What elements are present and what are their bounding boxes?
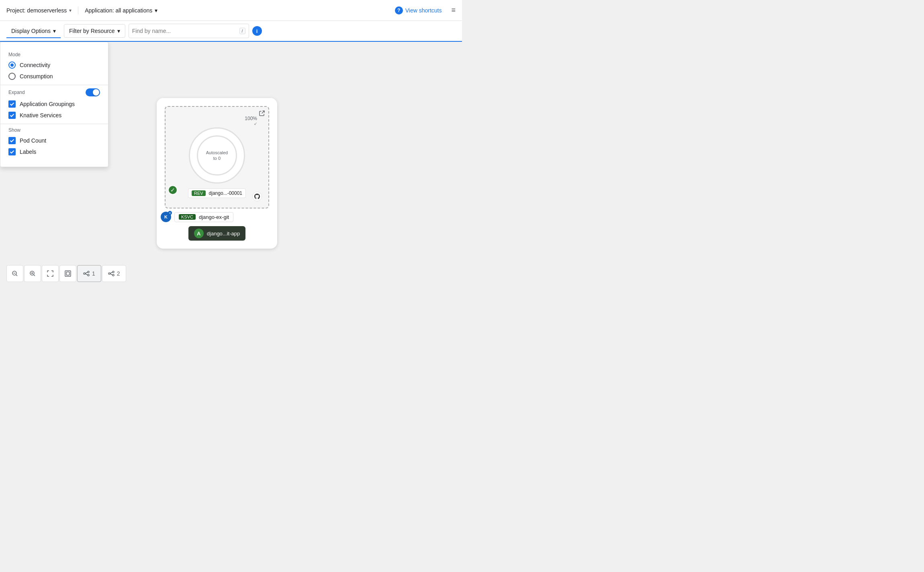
svg-line-13: [85, 274, 88, 275]
consumption-radio[interactable]: [8, 73, 16, 80]
expand-button[interactable]: [59, 265, 76, 282]
mode-section: Mode Connectivity Consumption: [0, 49, 108, 85]
pod-circle-outer: Autoscaled to 0: [189, 127, 245, 184]
fit-to-screen-button[interactable]: [42, 265, 59, 282]
topology-1-icon: [83, 270, 90, 277]
rev-badge[interactable]: REV django...-00001: [188, 188, 246, 198]
knative-services-checkbox[interactable]: [8, 112, 16, 119]
expand-checkbox-group: Application Groupings Knative Services: [8, 100, 100, 119]
zoom-out-button[interactable]: [6, 265, 23, 282]
rev-tag: REV: [192, 190, 206, 196]
pod-count-checkbox[interactable]: [8, 137, 16, 144]
toolbar: Display Options ▾ Filter by Resource ▾ /…: [0, 21, 462, 42]
project-selector[interactable]: Project: demoserverless ▾: [6, 7, 72, 14]
expand-icon: [65, 270, 71, 277]
show-section: Show Pod Count Labels: [0, 124, 108, 160]
filter-arrow: ▾: [117, 28, 120, 34]
dashed-box: 100% ↙ Autoscaled to 0: [165, 106, 269, 208]
slash-key: /: [239, 28, 245, 34]
svg-rect-8: [66, 272, 70, 275]
rev-name: django...-00001: [209, 190, 242, 196]
project-label: Project: demoserverless: [6, 7, 67, 14]
app-initial-circle: A: [194, 229, 204, 238]
show-label: Show: [8, 127, 100, 133]
filter-label: Filter by Resource: [69, 28, 115, 34]
top-bar: Project: demoserverless ▾ Application: a…: [0, 0, 462, 21]
ksvc-name: django-ex-git: [199, 214, 229, 220]
svg-point-9: [84, 273, 85, 274]
svg-point-11: [88, 274, 89, 276]
svg-line-1: [16, 275, 18, 276]
svg-point-10: [88, 271, 89, 273]
fit-screen-icon: [47, 270, 53, 277]
app-groupings-item[interactable]: Application Groupings: [8, 100, 100, 108]
labels-checkbox[interactable]: [8, 148, 16, 155]
search-input[interactable]: [132, 28, 239, 34]
svg-line-17: [110, 272, 112, 274]
svg-point-15: [112, 271, 114, 273]
expand-header: Expand: [8, 88, 100, 96]
zoom-out-icon: [12, 270, 18, 277]
consumption-label: Consumption: [20, 73, 53, 80]
pod-circle-inner: Autoscaled to 0: [197, 135, 237, 176]
topology-2-icon: [108, 270, 114, 277]
labels-label: Labels: [20, 149, 36, 155]
help-icon: ?: [395, 6, 403, 14]
svg-line-4: [34, 275, 35, 276]
display-options-panel: Mode Connectivity Consumption Expand: [0, 42, 108, 167]
expand-label: Expand: [8, 90, 25, 95]
app-dropdown-icon: ▾: [155, 7, 157, 14]
k-plus-icon: +: [168, 211, 172, 215]
mode-label: Mode: [8, 52, 100, 57]
connectivity-label: Connectivity: [20, 62, 50, 68]
project-dropdown-icon: ▾: [69, 8, 72, 13]
filter-by-resource-button[interactable]: Filter by Resource ▾: [64, 24, 125, 38]
rev-badge-row: ✓ REV django...-00001: [174, 188, 260, 198]
ksvc-tag: KSVC: [179, 214, 196, 220]
separator: [78, 6, 78, 14]
search-wrapper: /: [129, 24, 249, 38]
topology-1-button[interactable]: 1: [77, 265, 101, 282]
autoscaled-text: Autoscaled to 0: [206, 150, 228, 161]
percent-label: 100%: [245, 116, 257, 121]
view-shortcuts-link[interactable]: ? View shortcuts: [395, 6, 442, 14]
checkmark-icon-4: [10, 149, 14, 154]
info-icon[interactable]: i: [252, 26, 262, 36]
grid-icon[interactable]: ≡: [451, 6, 456, 14]
svg-point-16: [112, 274, 114, 276]
topology-2-button[interactable]: 2: [102, 265, 126, 282]
labels-item[interactable]: Labels: [8, 148, 100, 155]
svg-rect-7: [65, 271, 71, 276]
knative-services-label: Knative Services: [20, 112, 61, 118]
svg-line-12: [85, 272, 88, 274]
knative-services-item[interactable]: Knative Services: [8, 112, 100, 119]
app-selector[interactable]: Application: all applications ▾: [85, 7, 157, 14]
display-options-arrow: ▾: [53, 28, 56, 34]
svg-line-18: [110, 274, 112, 275]
zoom-in-icon: [29, 270, 36, 277]
connectivity-radio-item[interactable]: Connectivity: [8, 61, 100, 69]
app-groupings-checkbox[interactable]: [8, 100, 16, 108]
k-badge: K +: [161, 212, 171, 222]
pod-count-item[interactable]: Pod Count: [8, 137, 100, 144]
show-checkbox-group: Pod Count Labels: [8, 137, 100, 155]
checkmark-icon-2: [10, 113, 14, 118]
app-name: django...it-app: [207, 231, 240, 237]
ksvc-badge[interactable]: KSVC django-ex-git: [174, 212, 233, 222]
display-options-label: Display Options: [11, 28, 51, 34]
ksvc-row: K + KSVC django-ex-git: [161, 212, 269, 222]
app-group-card: 100% ↙ Autoscaled to 0: [157, 98, 277, 249]
connectivity-radio[interactable]: [8, 61, 16, 69]
bottom-toolbar: 1 2: [0, 261, 462, 286]
status-check-icon: ✓: [168, 185, 178, 195]
app-label-badge[interactable]: A django...it-app: [188, 226, 245, 241]
checkmark-icon: [10, 102, 14, 106]
percent-arrow: ↙: [174, 121, 257, 126]
expand-toggle[interactable]: [86, 88, 100, 96]
zoom-in-button[interactable]: [24, 265, 41, 282]
checkmark-icon-3: [10, 138, 14, 143]
consumption-radio-item[interactable]: Consumption: [8, 73, 100, 80]
display-options-button[interactable]: Display Options ▾: [6, 25, 61, 38]
mode-radio-group: Connectivity Consumption: [8, 61, 100, 80]
view-shortcuts-label: View shortcuts: [405, 7, 442, 14]
